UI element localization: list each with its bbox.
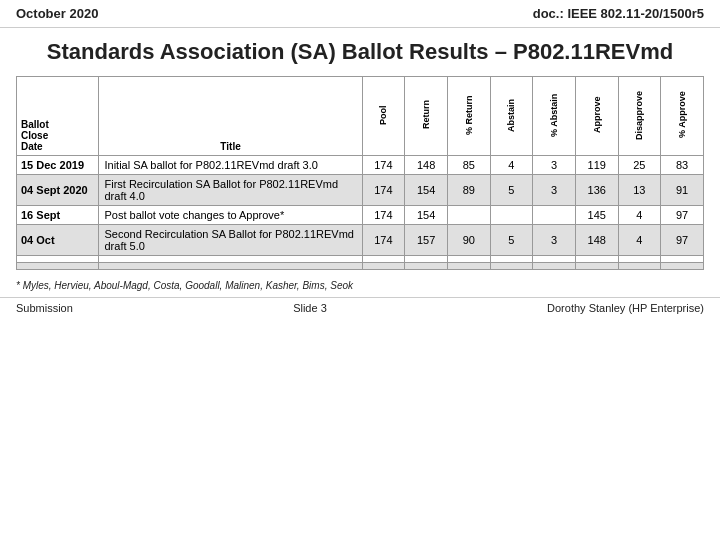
col-header-pct-return: % Return [447,76,490,155]
cell-pct_abstain [533,255,576,262]
col-header-pool: Pool [362,76,405,155]
cell-pool: 174 [362,155,405,174]
cell-abstain: 5 [490,224,533,255]
cell-date: 04 Oct [17,224,99,255]
cell-pool [362,255,405,262]
cell-pct_approve: 97 [661,205,704,224]
col-header-title: Title [99,76,362,155]
cell-title: Second Recirculation SA Ballot for P802.… [99,224,362,255]
footer-note: * Myles, Hervieu, Aboul-Magd, Costa, Goo… [0,274,720,293]
cell-pct_return: 90 [447,224,490,255]
table-row: 16 SeptPost ballot vote changes to Appro… [17,205,704,224]
cell-disapprove: 4 [618,205,661,224]
cell-pct_approve: 83 [661,155,704,174]
cell-pool: 174 [362,224,405,255]
cell-pct_abstain [533,205,576,224]
cell-approve: 119 [575,155,618,174]
cell-abstain: 4 [490,155,533,174]
cell-date [17,255,99,262]
col-header-abstain: Abstain [490,76,533,155]
cell-pool: 174 [362,174,405,205]
cell-pool [362,262,405,269]
cell-return [405,255,448,262]
col-header-disapprove: Disapprove [618,76,661,155]
col-header-approve: Approve [575,76,618,155]
cell-abstain [490,205,533,224]
table-row: 04 Sept 2020First Recirculation SA Ballo… [17,174,704,205]
cell-title: First Recirculation SA Ballot for P802.1… [99,174,362,205]
cell-abstain [490,255,533,262]
cell-pct_return: 89 [447,174,490,205]
cell-pct_abstain: 3 [533,155,576,174]
cell-disapprove [618,255,661,262]
cell-return: 154 [405,205,448,224]
cell-pct_return [447,255,490,262]
footer-bar: Submission Slide 3 Dorothy Stanley (HP E… [0,297,720,318]
cell-title: Post ballot vote changes to Approve* [99,205,362,224]
table-row: 04 OctSecond Recirculation SA Ballot for… [17,224,704,255]
cell-disapprove: 25 [618,155,661,174]
cell-pct_return: 85 [447,155,490,174]
cell-pct_approve: 91 [661,174,704,205]
cell-disapprove: 4 [618,224,661,255]
cell-date: 04 Sept 2020 [17,174,99,205]
cell-pct_approve [661,262,704,269]
cell-date [17,262,99,269]
table-row [17,255,704,262]
table-row: 15 Dec 2019Initial SA ballot for P802.11… [17,155,704,174]
cell-approve: 148 [575,224,618,255]
cell-return: 154 [405,174,448,205]
footer-submission: Submission [16,302,73,314]
cell-approve: 145 [575,205,618,224]
cell-approve: 136 [575,174,618,205]
cell-pct_return [447,205,490,224]
cell-date: 15 Dec 2019 [17,155,99,174]
footer-author: Dorothy Stanley (HP Enterprise) [547,302,704,314]
col-header-date: BallotCloseDate [17,76,99,155]
table-row [17,262,704,269]
cell-pct_abstain: 3 [533,174,576,205]
cell-pct_approve [661,255,704,262]
main-title: Standards Association (SA) Ballot Result… [0,28,720,72]
header-bar: October 2020 doc.: IEEE 802.11-20/1500r5 [0,0,720,28]
cell-disapprove: 13 [618,174,661,205]
page: October 2020 doc.: IEEE 802.11-20/1500r5… [0,0,720,540]
cell-pct_approve: 97 [661,224,704,255]
cell-abstain: 5 [490,174,533,205]
col-header-pct-abstain: % Abstain [533,76,576,155]
cell-return: 157 [405,224,448,255]
header-doc: doc.: IEEE 802.11-20/1500r5 [533,6,704,21]
cell-pct_abstain [533,262,576,269]
cell-date: 16 Sept [17,205,99,224]
cell-disapprove [618,262,661,269]
cell-return [405,262,448,269]
cell-title [99,262,362,269]
col-header-return: Return [405,76,448,155]
footer-slide: Slide 3 [293,302,327,314]
cell-title [99,255,362,262]
col-header-pct-approve: % Approve [661,76,704,155]
cell-approve [575,255,618,262]
cell-return: 148 [405,155,448,174]
header-date: October 2020 [16,6,98,21]
cell-pct_return [447,262,490,269]
cell-abstain [490,262,533,269]
cell-pct_abstain: 3 [533,224,576,255]
cell-approve [575,262,618,269]
cell-title: Initial SA ballot for P802.11REVmd draft… [99,155,362,174]
table-container: BallotCloseDate Title Pool Return % Retu… [0,72,720,274]
cell-pool: 174 [362,205,405,224]
results-table: BallotCloseDate Title Pool Return % Retu… [16,76,704,270]
table-body: 15 Dec 2019Initial SA ballot for P802.11… [17,155,704,269]
table-header-row: BallotCloseDate Title Pool Return % Retu… [17,76,704,155]
